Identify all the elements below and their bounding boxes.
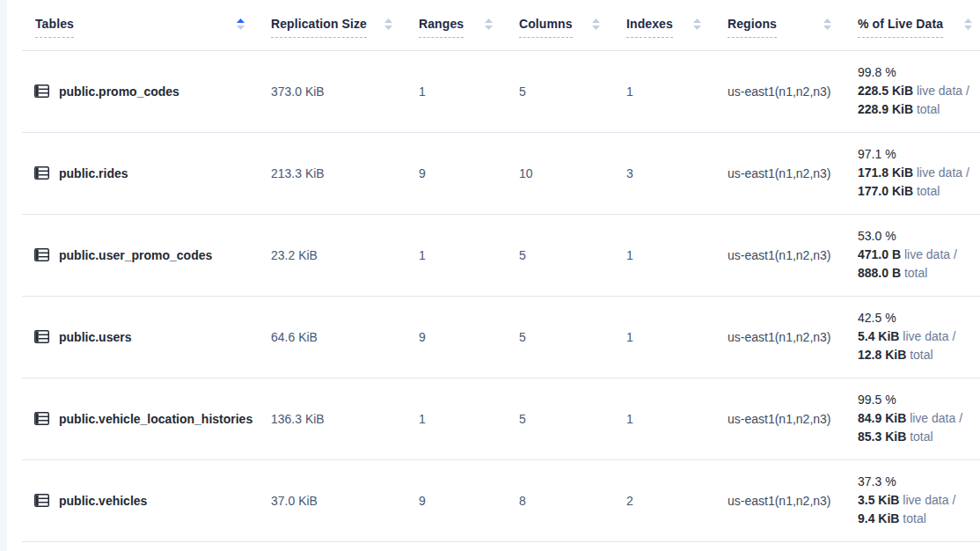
- sort-arrows-icon[interactable]: [964, 18, 972, 30]
- live-data-cell: 53.0 % 471.0 B live data / 888.0 B total: [858, 227, 980, 283]
- total-suffix: total: [910, 430, 932, 444]
- table-grid-icon: [34, 330, 49, 343]
- column-header-label: Ranges: [419, 17, 464, 38]
- columns-value: 10: [519, 132, 626, 214]
- indexes-value: 1: [626, 50, 728, 132]
- live-size: 171.8 KiB: [858, 165, 913, 180]
- live-suffix: live data /: [917, 84, 969, 98]
- total-size: 12.8 KiB: [858, 348, 906, 362]
- column-header-label: Regions: [728, 17, 777, 38]
- regions-value: us-east1(n1,n2,n3): [728, 296, 858, 378]
- column-header-live-data[interactable]: % of Live Data: [858, 0, 980, 50]
- table-row[interactable]: public.vehicle_location_histories 136.3 …: [22, 378, 980, 459]
- indexes-value: 2: [626, 459, 728, 541]
- total-suffix: total: [917, 184, 940, 198]
- column-header-label: Replication Size: [271, 17, 367, 38]
- table-grid-icon: [34, 494, 49, 507]
- live-suffix: live data /: [903, 493, 955, 507]
- ranges-value: 9: [419, 296, 519, 378]
- table-row[interactable]: public.user_promo_codes 23.2 KiB 1 5 1 u…: [22, 214, 980, 296]
- table-row[interactable]: public.promo_codes 373.0 KiB 1 5 1 us-ea…: [22, 50, 980, 132]
- replication-size-value: 136.3 KiB: [271, 378, 419, 459]
- sort-arrows-icon[interactable]: [592, 18, 600, 30]
- replication-size-value: 373.0 KiB: [271, 50, 419, 132]
- replication-size-value: 213.3 KiB: [271, 132, 419, 214]
- live-pct: 53.0 %: [858, 227, 980, 246]
- columns-value: 5: [519, 214, 626, 296]
- sort-arrows-icon[interactable]: [823, 18, 831, 30]
- live-suffix: live data /: [910, 411, 962, 425]
- live-size: 3.5 KiB: [858, 493, 899, 507]
- live-size: 471.0 B: [858, 247, 901, 261]
- tables-panel: Tables Replication Size: [7, 0, 980, 551]
- live-suffix: live data /: [917, 165, 969, 180]
- column-header-label: Tables: [35, 17, 74, 38]
- columns-value: 5: [519, 296, 626, 378]
- table-name-link[interactable]: public.promo_codes: [59, 84, 179, 99]
- sort-arrows-icon[interactable]: [485, 18, 493, 30]
- sort-arrows-icon[interactable]: [693, 18, 701, 30]
- live-data-cell: 37.3 % 3.5 KiB live data / 9.4 KiB total: [858, 473, 980, 528]
- replication-size-value: 37.0 KiB: [271, 459, 419, 541]
- live-pct: 37.3 %: [858, 473, 980, 491]
- column-header-indexes[interactable]: Indexes: [626, 0, 728, 50]
- column-header-label: % of Live Data: [858, 17, 943, 38]
- table-row[interactable]: public.rides 213.3 KiB 9 10 3 us-east1(n…: [22, 132, 980, 214]
- sort-arrows-icon[interactable]: [384, 18, 392, 30]
- ranges-value: 9: [419, 132, 519, 214]
- table-grid-icon: [34, 412, 49, 425]
- column-header-columns[interactable]: Columns: [519, 0, 626, 50]
- table-grid-icon: [34, 84, 49, 98]
- replication-size-value: 64.6 KiB: [271, 296, 419, 378]
- regions-value: us-east1(n1,n2,n3): [728, 378, 858, 459]
- replication-size-value: 23.2 KiB: [271, 214, 419, 296]
- regions-value: us-east1(n1,n2,n3): [728, 132, 858, 214]
- table-row[interactable]: public.users 64.6 KiB 9 5 1 us-east1(n1,…: [22, 296, 980, 378]
- table-grid-icon: [34, 166, 49, 180]
- table-header: Tables Replication Size: [22, 0, 980, 50]
- table-name-link[interactable]: public.vehicles: [59, 494, 147, 508]
- table-name-link[interactable]: public.vehicle_location_histories: [59, 412, 252, 426]
- regions-value: us-east1(n1,n2,n3): [728, 459, 858, 541]
- live-data-cell: 99.5 % 84.9 KiB live data / 85.3 KiB tot…: [858, 391, 980, 446]
- table-row[interactable]: public.vehicles 37.0 KiB 9 8 2 us-east1(…: [22, 459, 980, 541]
- live-suffix: live data /: [903, 329, 955, 343]
- column-header-ranges[interactable]: Ranges: [419, 0, 519, 50]
- regions-value: us-east1(n1,n2,n3): [728, 214, 858, 296]
- sort-arrows-icon[interactable]: [237, 18, 245, 30]
- live-data-cell: 99.8 % 228.5 KiB live data / 228.9 KiB t…: [858, 63, 980, 119]
- indexes-value: 1: [626, 214, 728, 296]
- ranges-value: 1: [419, 378, 519, 459]
- table-name-link[interactable]: public.rides: [59, 166, 128, 180]
- total-suffix: total: [903, 511, 925, 525]
- regions-value: us-east1(n1,n2,n3): [728, 50, 858, 132]
- table-name-link[interactable]: public.users: [59, 330, 131, 344]
- column-header-replication-size[interactable]: Replication Size: [271, 0, 419, 50]
- total-size: 85.3 KiB: [858, 430, 906, 444]
- ranges-value: 1: [419, 50, 519, 132]
- columns-value: 8: [519, 459, 626, 541]
- total-size: 9.4 KiB: [858, 511, 899, 525]
- live-data-cell: 42.5 % 5.4 KiB live data / 12.8 KiB tota…: [858, 309, 980, 364]
- total-suffix: total: [917, 102, 940, 116]
- header-row: Tables Replication Size: [22, 0, 980, 50]
- column-header-regions[interactable]: Regions: [728, 0, 858, 50]
- column-header-label: Indexes: [626, 17, 673, 38]
- table-body: public.promo_codes 373.0 KiB 1 5 1 us-ea…: [22, 50, 980, 541]
- total-size: 177.0 KiB: [858, 184, 913, 198]
- table-grid-icon: [34, 248, 49, 261]
- live-size: 84.9 KiB: [858, 411, 906, 425]
- column-header-label: Columns: [519, 17, 573, 38]
- column-header-tables[interactable]: Tables: [22, 0, 271, 50]
- database-tables-table: Tables Replication Size: [22, 0, 980, 542]
- total-suffix: total: [904, 266, 927, 280]
- live-pct: 99.8 %: [858, 63, 980, 82]
- live-size: 5.4 KiB: [858, 329, 899, 343]
- total-suffix: total: [910, 348, 932, 362]
- total-size: 228.9 KiB: [858, 102, 913, 116]
- table-name-link[interactable]: public.user_promo_codes: [59, 248, 212, 262]
- columns-value: 5: [519, 50, 626, 132]
- ranges-value: 9: [419, 459, 519, 541]
- ranges-value: 1: [419, 214, 519, 296]
- live-data-cell: 97.1 % 171.8 KiB live data / 177.0 KiB t…: [858, 145, 980, 201]
